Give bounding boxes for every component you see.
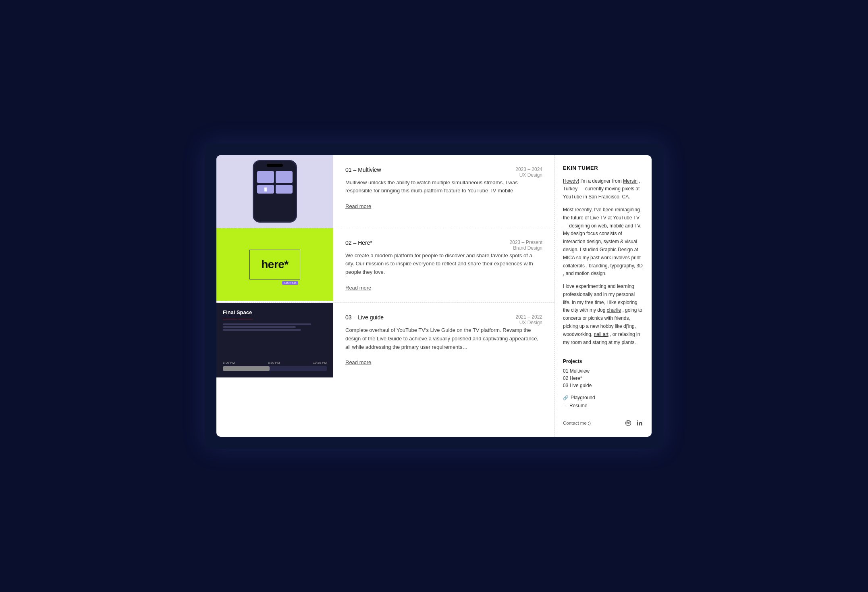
footer-icons [624, 419, 644, 427]
sidebar-project-item-here[interactable]: 02 Here* [563, 375, 644, 381]
project-row: ▐▌ 01 – Multiview 2023 – 2024 UX Design [216, 155, 554, 228]
thumb-liveguide: Final Space ———— ———— 6:00 PM 6:30 PM 10… [216, 303, 333, 377]
project-type: UX Design [515, 172, 542, 178]
lg-time-end: 10:30 PM [313, 361, 327, 365]
here-inner: here* 445 × 445 [249, 250, 300, 279]
here-logo-text: here* [261, 258, 289, 271]
thumb-multiview: ▐▌ [216, 155, 333, 228]
dribbble-icon[interactable] [624, 419, 632, 427]
bio-text: , branding, typography, [586, 263, 636, 269]
project-description: Multiview unlocks the ability to watch m… [345, 179, 542, 196]
bio-link-3d[interactable]: 3D [637, 263, 643, 269]
resume-label: Resume [569, 403, 588, 409]
bio-para-2: Most recently, I've been reimagining the… [563, 206, 644, 278]
bio-link-mersin[interactable]: Mersin [623, 178, 638, 184]
project-meta: 02 – Here* 2023 – Present Brand Design [345, 240, 542, 252]
project-thumbnail-multiview: ▐▌ [216, 155, 333, 228]
main-card: ▐▌ 01 – Multiview 2023 – 2024 UX Design [216, 155, 652, 437]
phone-notch [267, 164, 283, 167]
project-title: 03 – Live guide [345, 314, 384, 321]
project-type: Brand Design [510, 245, 542, 251]
project-thumbnail-here: here* 445 × 445 [216, 228, 333, 302]
lg-progress-bar [223, 366, 327, 371]
bio-link-mobile[interactable]: mobile [609, 223, 623, 229]
phone-tile [276, 185, 293, 194]
thumb-here: here* 445 × 445 [216, 228, 333, 301]
project-title: 01 – Multiview [345, 167, 381, 173]
project-type: UX Design [515, 320, 542, 325]
screen-wrapper: ▐▌ 01 – Multiview 2023 – 2024 UX Design [204, 143, 664, 449]
sidebar-footer: Contact me :) [563, 411, 644, 427]
sidebar-name: EKIN TUMER [563, 165, 644, 171]
project-row: here* 445 × 445 02 – Here* 2023 – Presen… [216, 228, 554, 303]
svg-point-2 [637, 421, 638, 422]
svg-rect-1 [637, 422, 638, 425]
project-description: We create a modern platform for people t… [345, 252, 542, 277]
lg-line [223, 323, 311, 325]
bio-text: , and motion design. [563, 271, 606, 276]
phone-tile [276, 171, 293, 183]
contact-text: Contact me :) [563, 421, 591, 425]
project-meta: 03 – Live guide 2021 – 2022 UX Design [345, 314, 542, 326]
project-date: 2023 – 2024 [515, 167, 542, 172]
bio-link-charlie[interactable]: charlie [607, 307, 621, 313]
sidebar-project-item-multiview[interactable]: 01 Multiview [563, 368, 644, 374]
project-date: 2021 – 2022 [515, 314, 542, 320]
project-thumbnail-liveguide: Final Space ———— ———— 6:00 PM 6:30 PM 10… [216, 303, 333, 377]
bio-para-1: Howdy! I'm a designer from Mersin , Turk… [563, 177, 644, 201]
read-more-multiview[interactable]: Read more [345, 203, 371, 209]
bio-para-3: I love experimenting and learning profes… [563, 283, 644, 346]
sidebar-extras: 🔗 Playground → Resume [563, 395, 644, 411]
read-more-liveguide[interactable]: Read more [345, 359, 371, 365]
sidebar-resume-link[interactable]: → Resume [563, 403, 644, 409]
lg-title: Final Space [223, 309, 327, 315]
bio-link-howdy[interactable]: Howdy! [563, 178, 579, 184]
resume-arrow-icon: → [563, 403, 567, 408]
project-date-type: 2023 – Present Brand Design [510, 240, 542, 251]
project-date: 2023 – Present [510, 240, 542, 245]
lg-text-lines [223, 323, 327, 332]
lg-line [223, 326, 296, 328]
phone-mockup: ▐▌ [253, 160, 297, 223]
lg-bar-fill [223, 366, 270, 371]
read-more-here[interactable]: Read more [345, 285, 371, 291]
project-row: Final Space ———— ———— 6:00 PM 6:30 PM 10… [216, 303, 554, 377]
project-info-here: 02 – Here* 2023 – Present Brand Design W… [333, 228, 554, 302]
lg-time-start: 6:00 PM [223, 361, 235, 365]
project-info-multiview: 01 – Multiview 2023 – 2024 UX Design Mul… [333, 155, 554, 228]
lg-line [223, 329, 301, 331]
project-info-liveguide: 03 – Live guide 2021 – 2022 UX Design Co… [333, 303, 554, 377]
lg-time-mid: 6:30 PM [268, 361, 280, 365]
project-meta: 01 – Multiview 2023 – 2024 UX Design [345, 167, 542, 179]
sidebar-panel: EKIN TUMER Howdy! I'm a designer from Me… [555, 155, 652, 437]
phone-tile-icon: ▐▌ [257, 185, 274, 194]
phone-tile [257, 171, 274, 183]
project-title: 02 – Here* [345, 240, 372, 246]
here-size-badge: 445 × 445 [282, 281, 298, 285]
project-description: Complete overhaul of YouTube TV's Live G… [345, 326, 542, 351]
bio-text: I'm a designer from [580, 178, 623, 184]
project-date-type: 2023 – 2024 UX Design [515, 167, 542, 178]
sidebar-playground-link[interactable]: 🔗 Playground [563, 395, 644, 400]
playground-label: Playground [571, 395, 595, 400]
sidebar-bio: Howdy! I'm a designer from Mersin , Turk… [563, 177, 644, 352]
playground-icon: 🔗 [563, 395, 569, 400]
linkedin-icon[interactable] [635, 419, 644, 427]
phone-screen-grid: ▐▌ [257, 171, 293, 194]
sidebar-project-list: 01 Multiview 02 Here* 03 Live guide [563, 368, 644, 390]
sidebar-project-item-liveguide[interactable]: 03 Live guide [563, 383, 644, 388]
bio-link-nailart[interactable]: nail art [594, 331, 608, 337]
lg-subtitle: ———— ———— [223, 317, 327, 321]
projects-panel: ▐▌ 01 – Multiview 2023 – 2024 UX Design [216, 155, 555, 437]
project-date-type: 2021 – 2022 UX Design [515, 314, 542, 325]
sidebar-projects-label: Projects [563, 359, 644, 364]
lg-timeline: 6:00 PM 6:30 PM 10:30 PM [223, 361, 327, 365]
